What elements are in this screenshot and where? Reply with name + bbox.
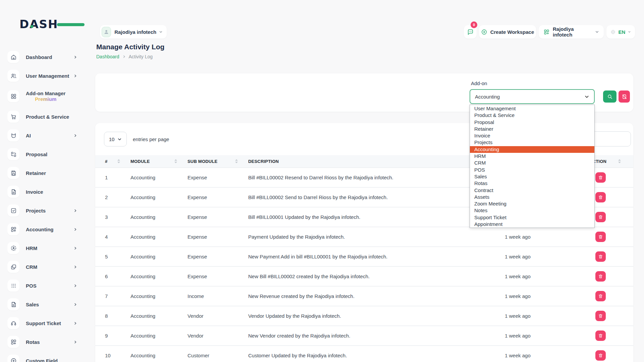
dropdown-option[interactable]: CRM [470,160,594,166]
sidebar-item-user-management[interactable]: User Management [0,66,87,85]
reset-filter-button[interactable] [619,90,630,103]
workspace-avatar [102,27,111,37]
swap-grid-icon [7,148,19,160]
create-workspace-button[interactable]: Create Workspace [479,25,536,39]
trash-icon [598,333,603,338]
dropdown-option[interactable]: Projects [470,139,594,146]
workspace-switcher[interactable]: Rajodiya infotech [100,25,167,39]
sidebar-item-pos[interactable]: POS [0,276,87,295]
dots-grid-icon [7,280,19,292]
dropdown-option[interactable]: Assets [470,194,594,200]
globe-icon [610,28,615,36]
breadcrumb-dashboard-link[interactable]: Dashboard [96,54,119,59]
row-index: 9 [95,333,130,339]
dropdown-option[interactable]: Zoom Meeting [470,200,594,207]
sidebar-item-projects[interactable]: Projects [0,201,87,220]
delete-button[interactable] [595,350,606,361]
dropdown-option[interactable]: HRM [470,153,594,160]
addon-select[interactable]: Accounting [470,89,595,104]
sidebar-item-proposal[interactable]: Proposal [0,145,87,164]
search-icon [607,94,613,100]
dropdown-option[interactable]: Proposal [470,119,594,126]
grid-plus-icon [7,336,19,348]
sidebar-item-dashboard[interactable]: Dashboard [0,48,87,66]
sidebar-nav: Dashboard User Management Add-on Manager… [0,48,87,362]
account-menu[interactable]: Rajodiya infotech [539,25,604,39]
headset-icon [7,317,19,329]
column-header-module[interactable]: MODULE [130,155,187,167]
sidebar-item-invoice[interactable]: Invoice [0,182,87,201]
sidebar-item-label: Dashboard [26,54,52,60]
sort-icon [117,159,120,164]
row-index: 8 [95,313,130,319]
sidebar-item-ai[interactable]: AI [0,126,87,145]
dropdown-option[interactable]: Retainer [470,126,594,132]
dropdown-option[interactable]: Sales [470,173,594,180]
search-button[interactable] [603,90,616,103]
row-module: Accounting [130,274,187,279]
row-description: New Bill #BILL00002 created by the Rajod… [248,274,505,279]
row-sub-module: Customer [187,353,248,358]
ai-fox-icon [7,129,19,141]
delete-button[interactable] [595,192,606,202]
document-icon [7,298,19,310]
logo-accent-dot [31,25,33,28]
sidebar-item-custom-field[interactable]: Custom Field [0,351,87,362]
delete-button[interactable] [595,271,606,282]
column-header-sub-module[interactable]: SUB MODULE [187,155,248,167]
row-module: Accounting [130,194,187,200]
dropdown-option[interactable]: Support Ticket [470,214,594,221]
row-date: 1 week ago [505,254,589,259]
sidebar-item-hrm[interactable]: HRM [0,239,87,257]
delete-button[interactable] [595,232,606,242]
sidebar-item-rotas[interactable]: Rotas [0,333,87,351]
row-sub-module: Income [187,293,248,299]
sidebar-item-addon-manager[interactable]: Add-on Manager Premium [0,85,87,107]
row-module: Accounting [130,353,187,358]
row-date: 1 week ago [505,274,589,279]
workspace-switcher-label: Rajodiya infotech [114,29,156,35]
chevron-right-icon [73,321,77,325]
dropdown-option[interactable]: Contract [470,187,594,194]
grid-icon [7,90,19,102]
dropdown-option[interactable]: Rotas [470,180,594,187]
dropdown-option[interactable]: Product & Service [470,112,594,119]
save-icon [7,167,19,179]
page-size-select[interactable]: 10 [104,132,127,146]
sidebar-item-crm[interactable]: CRM [0,257,87,276]
column-header-description[interactable]: DESCRIPTION [248,155,505,167]
sidebar-item-label: Sales [26,302,39,307]
delete-button[interactable] [595,172,606,183]
create-workspace-label: Create Workspace [490,29,534,35]
dropdown-option[interactable]: Invoice [470,132,594,139]
sidebar-item-sales[interactable]: Sales [0,295,87,314]
dropdown-option[interactable]: POS [470,167,594,173]
dropdown-option[interactable]: Notes [470,207,594,214]
app-logo[interactable]: DASH [19,17,70,32]
dropdown-option[interactable]: Appointment [470,221,594,228]
sidebar-item-support-ticket[interactable]: Support Ticket [0,314,87,333]
delete-button[interactable] [595,291,606,301]
row-module: Accounting [130,254,187,259]
dropdown-option[interactable]: User Management [470,105,594,112]
column-header-index[interactable]: # [95,155,130,167]
delete-button[interactable] [595,311,606,321]
row-description: Bill #BILL00001 Updated by the Rajodiya … [248,214,505,220]
sidebar-item-label: Accounting [26,227,54,232]
language-selector[interactable]: EN [606,25,635,39]
chevron-right-icon [73,265,77,269]
delete-button[interactable] [595,212,606,222]
sort-icon [174,159,177,164]
cart-icon [7,111,19,123]
table-row: 6 Accounting Expense New Bill #BILL00002… [95,267,633,287]
sidebar-item-product-service[interactable]: Product & Service [0,107,87,126]
dropdown-option-selected[interactable]: Accounting [470,146,594,153]
trash-icon [598,313,603,318]
column-header-action[interactable]: ACTION [589,155,633,167]
row-module: Accounting [130,214,187,220]
sidebar-item-retainer[interactable]: Retainer [0,164,87,182]
trash-icon [598,294,603,299]
delete-button[interactable] [595,330,606,341]
delete-button[interactable] [595,251,606,262]
sidebar-item-accounting[interactable]: Accounting [0,220,87,239]
